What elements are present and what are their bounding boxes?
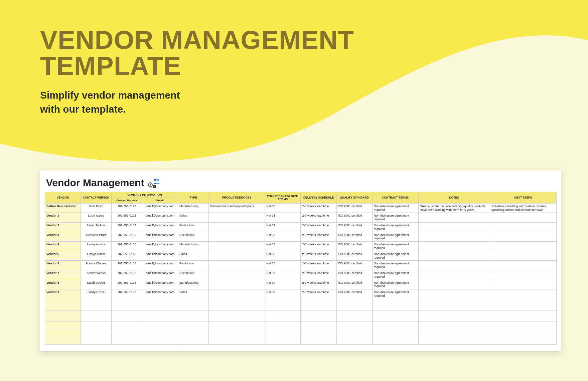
th-payment: PREFERRED PAYMENT TERMS <box>265 192 301 204</box>
sheet-header: Vendor Management <box>45 175 557 192</box>
table-cell <box>418 222 490 232</box>
table-cell <box>336 322 372 333</box>
table-row: Vendor 2Zarah Jenkins202-555-0137email@c… <box>45 222 557 232</box>
table-cell <box>45 322 81 333</box>
table-cell: Non-disclosure agreement required <box>372 222 418 232</box>
table-cell <box>418 270 490 280</box>
table-cell <box>81 322 112 333</box>
table-row: Vendor 4Lenny Acosta202-555-0168email@co… <box>45 242 557 251</box>
table-cell <box>336 310 372 322</box>
table-cell: Net 39 <box>265 289 301 299</box>
table-cell: Ameer Weeks <box>81 270 112 280</box>
table-cell: 202-555-0193 <box>112 203 142 213</box>
table-cell <box>490 289 556 299</box>
th-notes: NOTES <box>418 192 490 204</box>
th-contact-info: CONTACT INFORMATION <box>112 192 178 198</box>
table-cell <box>490 242 556 251</box>
table-cell <box>490 322 556 333</box>
table-cell: Non-disclosure agreement required <box>372 289 418 299</box>
table-cell: 2-3 weeks lead time <box>301 261 336 270</box>
table-cell <box>301 333 336 344</box>
table-cell <box>142 299 178 310</box>
table-cell <box>418 289 490 299</box>
table-cell: Non-disclosure agreement required <box>372 280 418 289</box>
table-cell <box>490 232 556 242</box>
table-cell <box>45 333 81 344</box>
table-cell <box>418 242 490 251</box>
table-cell: email@company.com <box>142 242 178 251</box>
table-cell: ISO 9001 certified <box>336 261 372 270</box>
table-cell: Sales <box>178 251 209 261</box>
table-cell: Vendor 5 <box>45 251 81 261</box>
table-cell <box>45 299 81 310</box>
table-cell: 2-3 weeks lead time <box>301 280 336 289</box>
table-cell <box>208 270 265 280</box>
table-cell: email@company.com <box>142 270 178 280</box>
table-cell: Non-disclosure agreement required <box>372 251 418 261</box>
table-cell: Vendor 9 <box>45 289 81 299</box>
table-cell <box>208 213 265 223</box>
table-cell: Lenny Acosta <box>81 242 112 251</box>
table-cell <box>336 333 372 344</box>
table-cell: email@company.com <box>142 213 178 223</box>
table-cell <box>490 310 556 322</box>
table-cell: Vendor 7 <box>45 270 81 280</box>
table-cell: Net 37 <box>265 270 301 280</box>
table-body: Dalton ManufacturerJude Floyd202-555-019… <box>45 203 557 344</box>
table-cell: email@company.com <box>142 251 178 261</box>
table-row: Vendor 6Marina Chavez202-555-0168email@c… <box>45 261 557 270</box>
table-cell <box>208 299 265 310</box>
th-quality: QUALITY STANDARD <box>336 192 372 204</box>
table-cell <box>418 322 490 333</box>
th-contact-person: CONTACT PERSON <box>81 192 112 204</box>
table-cell: 202-555-0137 <box>112 222 142 232</box>
table-cell: email@company.com <box>142 203 178 213</box>
table-cell: Kaiah Decker <box>81 280 112 289</box>
table-cell: Non-disclosure agreement required <box>372 232 418 242</box>
table-cell <box>301 299 336 310</box>
table-cell <box>490 222 556 232</box>
table-cell: email@company.com <box>142 222 178 232</box>
table-row-empty <box>45 310 557 322</box>
table-cell <box>112 310 142 322</box>
table-cell <box>265 299 301 310</box>
table-cell: 202-555-0160 <box>112 232 142 242</box>
table-cell: Non-disclosure agreement required <box>372 270 418 280</box>
table-cell: ISO 9001 certified <box>336 232 372 242</box>
table-cell <box>81 310 112 322</box>
th-email: Email <box>142 198 178 204</box>
table-cell: Production <box>178 261 209 270</box>
hero-subtitle: Simplify vendor management with our temp… <box>40 88 354 116</box>
table-cell <box>418 299 490 310</box>
table-cell <box>208 289 265 299</box>
th-vendor: VENDOR <box>45 192 81 204</box>
table-cell: 202-555-0118 <box>112 280 142 289</box>
table-cell: Evelyn Odom <box>81 251 112 261</box>
table-cell <box>490 280 556 289</box>
th-type: TYPE <box>178 192 209 204</box>
table-cell: 202-555-0193 <box>112 213 142 223</box>
table-cell: ISO 9001 certified <box>336 270 372 280</box>
table-head: VENDOR CONTACT PERSON CONTACT INFORMATIO… <box>45 192 557 204</box>
table-cell: Vendor 2 <box>45 222 81 232</box>
table-cell: Sales <box>178 289 209 299</box>
table-cell <box>490 261 556 270</box>
table-cell: 2-3 weeks lead time <box>301 289 336 299</box>
table-cell <box>418 251 490 261</box>
svg-point-9 <box>154 186 155 187</box>
svg-point-7 <box>157 179 159 181</box>
table-cell: Schedule a meeting with Jude to discuss … <box>490 203 556 213</box>
table-cell <box>112 299 142 310</box>
table-cell <box>208 251 265 261</box>
table-cell: 2-3 weeks lead time <box>301 203 336 213</box>
table-cell <box>490 333 556 344</box>
table-cell: Manufacturing <box>178 203 209 213</box>
table-cell: Zarah Jenkins <box>81 222 112 232</box>
hero-title-line1: VENDOR MANAGEMENT <box>40 25 354 54</box>
table-cell: ISO 9001 certified <box>336 213 372 223</box>
table-cell: ISO 9001 certified <box>336 242 372 251</box>
table-cell <box>418 333 490 344</box>
table-cell: Customized machinery and parts <box>208 203 265 213</box>
table-cell <box>208 232 265 242</box>
table-cell: Sales <box>178 213 209 223</box>
